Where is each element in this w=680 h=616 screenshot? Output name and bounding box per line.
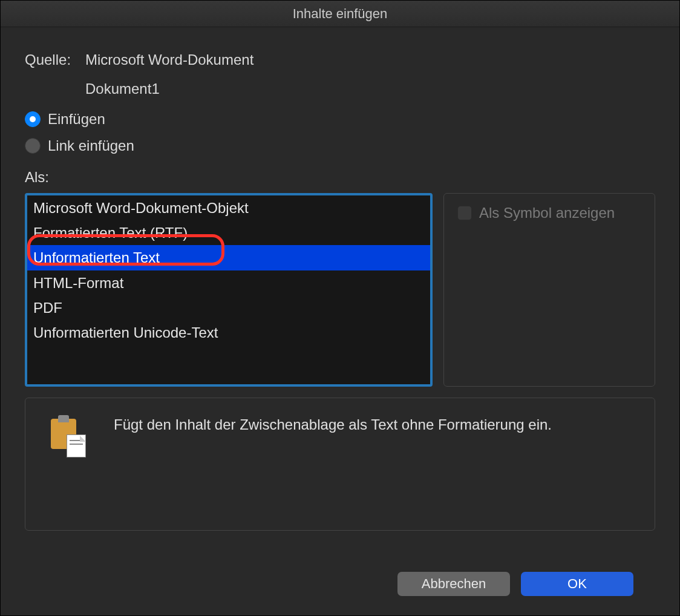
show-as-icon-panel: Als Symbol anzeigen bbox=[443, 193, 655, 387]
show-as-icon-row: Als Symbol anzeigen bbox=[457, 205, 641, 221]
dialog-content: Quelle: Microsoft Word-Dokument Dokument… bbox=[1, 27, 679, 615]
result-description: Fügt den Inhalt der Zwischenablage als T… bbox=[114, 415, 552, 434]
button-row: Abbrechen OK bbox=[25, 559, 655, 615]
result-panel: Fügt den Inhalt der Zwischenablage als T… bbox=[25, 398, 655, 531]
source-value: Microsoft Word-Dokument bbox=[85, 51, 253, 68]
as-label: Als: bbox=[25, 169, 655, 186]
format-listbox[interactable]: Microsoft Word-Dokument-ObjektFormatiert… bbox=[25, 193, 433, 387]
middle-row: Microsoft Word-Dokument-ObjektFormatiert… bbox=[25, 193, 655, 387]
show-as-icon-checkbox bbox=[457, 206, 472, 220]
format-option[interactable]: PDF bbox=[27, 295, 430, 320]
radio-paste-indicator bbox=[25, 111, 41, 127]
format-option[interactable]: Formatierten Text (RTF) bbox=[27, 220, 430, 245]
radio-link-label: Link einfügen bbox=[48, 137, 134, 154]
radio-link[interactable]: Link einfügen bbox=[25, 137, 655, 154]
ok-button[interactable]: OK bbox=[521, 572, 633, 596]
radio-link-indicator bbox=[25, 138, 41, 154]
format-option[interactable]: HTML-Format bbox=[27, 270, 430, 295]
radio-paste-label: Einfügen bbox=[48, 111, 105, 128]
source-doc-row: Dokument1 bbox=[25, 80, 655, 97]
source-row: Quelle: Microsoft Word-Dokument bbox=[25, 51, 655, 68]
paste-special-dialog: Inhalte einfügen Quelle: Microsoft Word-… bbox=[0, 0, 680, 616]
clipboard-icon bbox=[50, 415, 86, 457]
source-label: Quelle: bbox=[25, 51, 85, 68]
window-title: Inhalte einfügen bbox=[1, 1, 679, 27]
cancel-button[interactable]: Abbrechen bbox=[397, 572, 510, 596]
format-option[interactable]: Unformatierten Text bbox=[27, 245, 430, 270]
source-document: Dokument1 bbox=[85, 80, 160, 97]
format-option[interactable]: Unformatierten Unicode-Text bbox=[27, 320, 430, 345]
show-as-icon-label: Als Symbol anzeigen bbox=[479, 205, 615, 221]
radio-paste[interactable]: Einfügen bbox=[25, 111, 655, 128]
format-option[interactable]: Microsoft Word-Dokument-Objekt bbox=[27, 195, 430, 220]
